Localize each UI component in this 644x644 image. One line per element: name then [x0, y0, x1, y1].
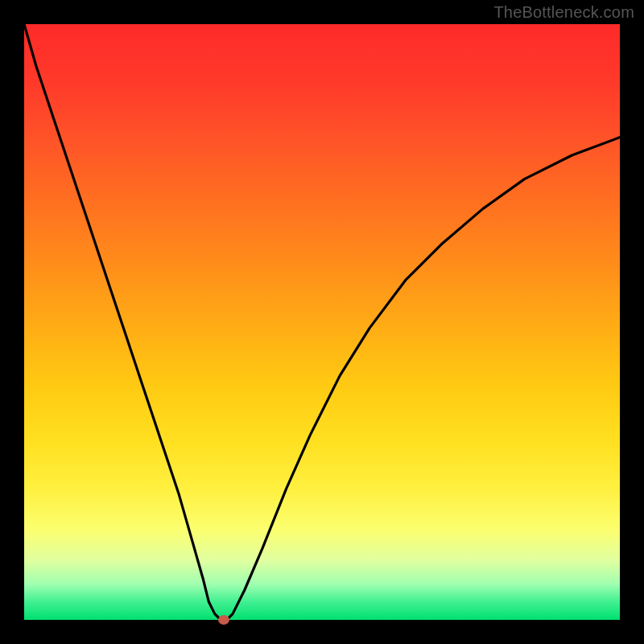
plot-area	[24, 24, 620, 620]
data-point-marker	[218, 615, 229, 625]
watermark-text: TheBottleneck.com	[493, 3, 634, 22]
chart-curve	[24, 24, 620, 620]
